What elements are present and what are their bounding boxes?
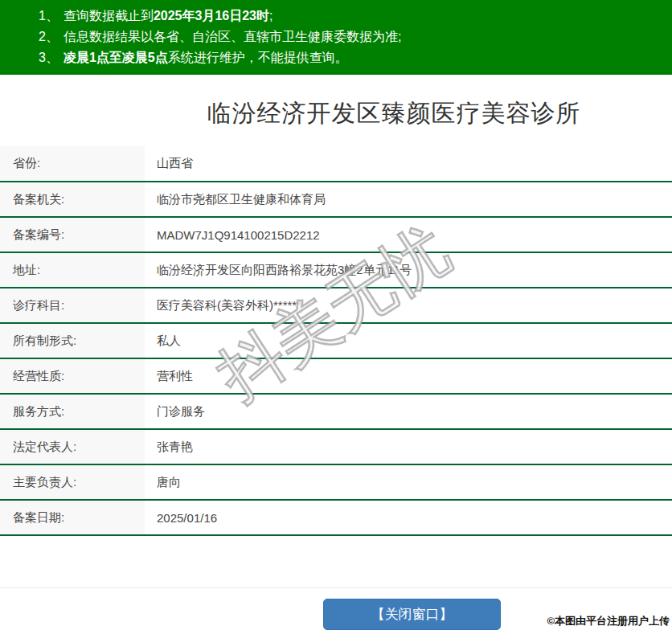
row-label: 服务方式:: [0, 394, 145, 429]
copyright-notice: ©本图由平台注册用户上传: [547, 614, 670, 628]
row-value: 山西省: [145, 146, 672, 182]
notice-text: 信息数据结果以各省、自治区、直辖市卫生健康委数据为准;: [64, 30, 401, 43]
close-window-button[interactable]: 【关闭窗口】: [323, 599, 501, 630]
table-row-filing-authority: 备案机关: 临汾市尧都区卫生健康和体育局: [0, 182, 672, 217]
row-value: 门诊服务: [145, 394, 672, 429]
row-value: 张青艳: [145, 429, 672, 464]
notice-line-3: 3、凌晨1点至凌晨5点系统进行维护，不能提供查询。: [39, 47, 672, 68]
row-value: 临汾经济开发区向阳西路裕景花苑3幢2单元11号: [145, 252, 672, 288]
notice-bold-text: 2025年3月16日23时: [154, 9, 269, 22]
row-label: 地址:: [0, 252, 145, 288]
row-value: 医疗美容科(美容外科)******: [145, 288, 672, 323]
table-row-business-nature: 经营性质: 营利性: [0, 358, 672, 394]
table-row-treatment-subjects: 诊疗科目: 医疗美容科(美容外科)******: [0, 288, 672, 323]
footer-divider: [0, 587, 672, 588]
notice-text: 系统进行维护，不能提供查询。: [168, 51, 348, 64]
row-label: 备案日期:: [0, 500, 145, 535]
table-row-address: 地址: 临汾经济开发区向阳西路裕景花苑3幢2单元11号: [0, 252, 672, 288]
row-label: 备案机关:: [0, 182, 145, 217]
table-row-ownership-form: 所有制形式: 私人: [0, 323, 672, 358]
row-value: 临汾市尧都区卫生健康和体育局: [145, 182, 672, 217]
table-row-legal-representative: 法定代表人: 张青艳: [0, 429, 672, 464]
row-label: 主要负责人:: [0, 464, 145, 500]
notice-line-1: 1、查询数据截止到2025年3月16日23时;: [39, 6, 672, 27]
notice-line-number: 3、: [39, 51, 59, 64]
notice-bold-text: 凌晨1点至凌晨5点: [64, 51, 168, 64]
notice-line-number: 2、: [39, 30, 59, 43]
row-value: 唐向: [145, 464, 672, 500]
row-label: 所有制形式:: [0, 323, 145, 358]
table-row-filing-date: 备案日期: 2025/01/16: [0, 500, 672, 535]
row-value: 营利性: [145, 358, 672, 394]
record-table: 省份: 山西省 备案机关: 临汾市尧都区卫生健康和体育局 备案编号: MADW7…: [0, 146, 672, 536]
row-label: 省份:: [0, 146, 145, 182]
table-row-service-mode: 服务方式: 门诊服务: [0, 394, 672, 429]
notice-bar: 1、查询数据截止到2025年3月16日23时; 2、信息数据结果以各省、自治区、…: [0, 0, 672, 75]
table-row-filing-number: 备案编号: MADW7J1Q914100215D2212: [0, 217, 672, 252]
notice-line-2: 2、信息数据结果以各省、自治区、直辖市卫生健康委数据为准;: [39, 27, 672, 47]
row-value: MADW7J1Q914100215D2212: [145, 217, 672, 252]
row-label: 诊疗科目:: [0, 288, 145, 323]
notice-line-number: 1、: [39, 9, 59, 22]
notice-text: ;: [269, 9, 272, 22]
row-label: 备案编号:: [0, 217, 145, 252]
page-title: 临汾经济开发区臻颜医疗美容诊所: [58, 96, 672, 131]
table-row-main-person-in-charge: 主要负责人: 唐向: [0, 464, 672, 500]
notice-text: 查询数据截止到: [64, 9, 154, 22]
row-label: 经营性质:: [0, 358, 145, 394]
row-value: 私人: [145, 323, 672, 358]
row-value: 2025/01/16: [145, 500, 672, 535]
table-row-province: 省份: 山西省: [0, 146, 672, 182]
row-label: 法定代表人:: [0, 429, 145, 464]
